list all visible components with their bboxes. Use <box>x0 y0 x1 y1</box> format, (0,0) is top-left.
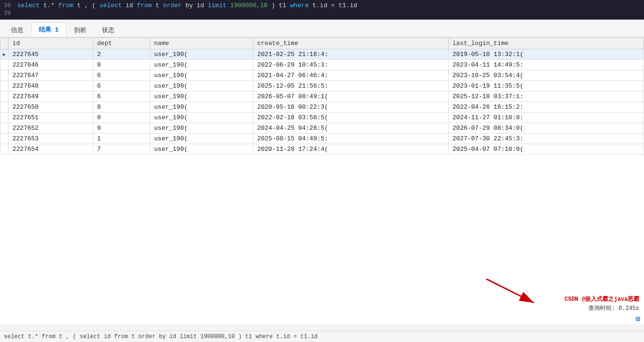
svg-line-1 <box>486 279 534 303</box>
main-content: 信息 结果 1 剖析 状态 id dept name create_time l… <box>0 20 644 342</box>
table-header-row: id dept name create_time last_login_time <box>0 38 644 49</box>
kw-where: where <box>290 2 309 9</box>
table-row[interactable]: 22276529user_190(2024-04-25 04:28:5(2026… <box>0 123 644 134</box>
kw-t1: ) t1 <box>271 2 290 9</box>
line-numbers: 38 39 <box>4 2 13 17</box>
row-indicator <box>0 60 9 70</box>
table-row[interactable]: 22276510user_190(2022-02-18 03:58:5(2024… <box>0 113 644 123</box>
cell-dept: 6 <box>93 91 150 102</box>
bottom-sql-display: select t.* from t , ( select id from t o… <box>0 331 644 342</box>
results-table: id dept name create_time last_login_time… <box>0 37 644 155</box>
kw-order: order <box>163 2 181 9</box>
cell-id: 2227647 <box>9 70 93 81</box>
row-indicator <box>0 70 9 81</box>
kw-limit: limit <box>208 2 226 9</box>
kw-id: id <box>125 2 136 9</box>
cell-last_login_time: 2025-04-07 07:10:0( <box>449 144 644 155</box>
tab-results[interactable]: 结果 1 <box>32 23 66 37</box>
cell-name: user_190( <box>150 91 253 102</box>
row-indicator <box>0 113 9 123</box>
sql-line-38: select t.* from t , ( select id from t o… <box>17 2 357 9</box>
th-id: id <box>9 38 93 49</box>
cell-create_time: 2021-02-25 21:18:4: <box>253 49 449 60</box>
table-row[interactable]: 22276496user_190(2026-05-07 08:49:1(2025… <box>0 91 644 102</box>
cell-name: user_190( <box>150 70 253 81</box>
tab-status[interactable]: 状态 <box>95 23 122 37</box>
csdn-label: CSDN @嵌入式霸之java恶霸 <box>565 295 639 303</box>
cell-create_time: 2022-02-18 03:58:5( <box>253 113 449 123</box>
table-row[interactable]: 22276547user_190(2020-11-28 17:24:4(2025… <box>0 144 644 155</box>
cell-dept: 6 <box>93 70 150 81</box>
results-table-container: id dept name create_time last_login_time… <box>0 37 644 193</box>
cell-dept: 6 <box>93 81 150 91</box>
row-indicator <box>0 144 9 155</box>
cell-id: 2227652 <box>9 123 93 134</box>
kw-t-star: t.* <box>44 2 58 9</box>
cell-name: user_190( <box>150 49 253 60</box>
kw-t2: t <box>156 2 163 9</box>
bottom-sql-text-content: select t.* from t , ( select id from t o… <box>4 333 317 340</box>
sql-content: select t.* from t , ( select id from t o… <box>17 2 357 17</box>
th-indicator <box>0 38 9 49</box>
cell-id: 2227649 <box>9 91 93 102</box>
cell-last_login_time: 2025-12-10 03:37:1: <box>449 91 644 102</box>
cell-id: 2227654 <box>9 144 93 155</box>
kw-condition: t.id = t1.id <box>313 2 358 9</box>
tab-profile[interactable]: 剖析 <box>67 23 94 37</box>
table-row[interactable]: 22276476user_190(2021-04-27 06:46:4:2023… <box>0 70 644 81</box>
sql-editor: 38 39 select t.* from t , ( select id fr… <box>0 0 644 20</box>
cell-dept: 8 <box>93 102 150 113</box>
cell-id: 2227651 <box>9 113 93 123</box>
row-indicator <box>0 134 9 144</box>
cell-id: 2227645 <box>9 49 93 60</box>
cell-name: user_190( <box>150 113 253 123</box>
grid-icon[interactable]: ⊞ <box>635 314 640 324</box>
kw-from: from <box>58 2 73 9</box>
cell-create_time: 2025-12-05 21:56:5: <box>253 81 449 91</box>
row-indicator: ▶ <box>0 49 9 60</box>
query-time: 查询时间: 0.245s <box>588 304 639 312</box>
cell-last_login_time: 2019-05-10 13:32:1( <box>449 49 644 60</box>
cell-create_time: 2021-04-27 06:46:4: <box>253 70 449 81</box>
kw-from2: from <box>137 2 152 9</box>
table-row[interactable]: 22276486user_190(2025-12-05 21:56:5:2023… <box>0 81 644 91</box>
cell-dept: 8 <box>93 60 150 70</box>
cell-name: user_190( <box>150 134 253 144</box>
cell-dept: 9 <box>93 123 150 134</box>
row-indicator <box>0 91 9 102</box>
cell-id: 2227653 <box>9 134 93 144</box>
cell-last_login_time: 2024-11-27 01:10:0: <box>449 113 644 123</box>
row-indicator <box>0 123 9 134</box>
cell-dept: 0 <box>93 113 150 123</box>
kw-select: select <box>17 2 40 9</box>
cell-last_login_time: 2023-04-11 14:49:5: <box>449 60 644 70</box>
kw-by-id: by id <box>185 2 208 9</box>
table-row[interactable]: ▶22276452user_190(2021-02-25 21:18:4:201… <box>0 49 644 60</box>
cell-last_login_time: 2027-07-30 22:45:3: <box>449 134 644 144</box>
line-num-39: 39 <box>4 10 13 17</box>
cell-id: 2227648 <box>9 81 93 91</box>
tab-info[interactable]: 信息 <box>4 23 31 37</box>
cell-create_time: 2026-05-07 08:49:1( <box>253 91 449 102</box>
cell-name: user_190( <box>150 102 253 113</box>
cell-last_login_time: 2026-07-29 08:34:0( <box>449 123 644 134</box>
th-last-login-time: last_login_time <box>449 38 644 49</box>
cell-create_time: 2022-06-29 10:45:3: <box>253 60 449 70</box>
cell-create_time: 2024-04-25 04:28:5( <box>253 123 449 134</box>
cell-name: user_190( <box>150 123 253 134</box>
cell-name: user_190( <box>150 81 253 91</box>
cell-name: user_190( <box>150 60 253 70</box>
row-indicator <box>0 81 9 91</box>
cell-last_login_time: 2022-04-26 16:15:2: <box>449 102 644 113</box>
cell-create_time: 2020-05-16 00:22:3( <box>253 102 449 113</box>
kw-t-comma: t , ( <box>77 2 100 9</box>
table-row[interactable]: 22276508user_190(2020-05-16 00:22:3(2022… <box>0 102 644 113</box>
cell-create_time: 2025-08-15 04:49:5: <box>253 134 449 144</box>
table-row[interactable]: 22276531user_190(2025-08-15 04:49:5:2027… <box>0 134 644 144</box>
cell-dept: 1 <box>93 134 150 144</box>
th-create-time: create_time <box>253 38 449 49</box>
kw-limit-value: 1900000,10 <box>230 2 268 9</box>
th-dept: dept <box>93 38 150 49</box>
kw-select2: select <box>100 2 122 9</box>
table-row[interactable]: 22276468user_190(2022-06-29 10:45:3:2023… <box>0 60 644 70</box>
